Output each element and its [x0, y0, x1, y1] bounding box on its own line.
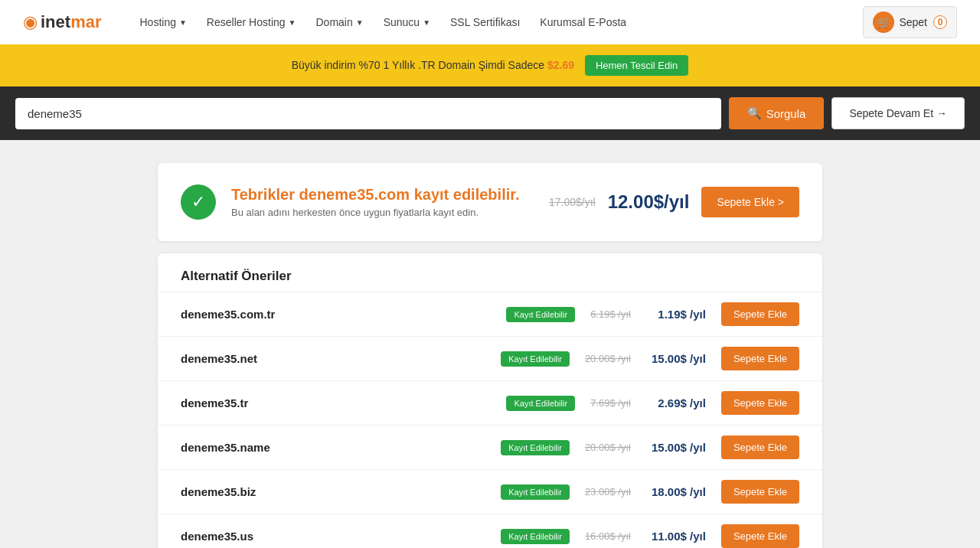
- nav-links: Hosting ▼ Reseller Hosting ▼ Domain ▼ Su…: [132, 10, 863, 34]
- nav-item-sunucu[interactable]: Sunucu ▼: [376, 10, 438, 34]
- new-price: 18.00$ /yıl: [637, 485, 706, 498]
- nav-item-eposta[interactable]: Kurumsal E-Posta: [532, 10, 634, 34]
- chevron-down-icon: ▼: [423, 18, 430, 27]
- domain-name: deneme35.name: [181, 441, 501, 454]
- domain-name: deneme35.tr: [181, 396, 506, 409]
- success-title: Tebrikler deneme35.com kayıt edilebilir.: [231, 186, 519, 204]
- new-price: 1.19$ /yıl: [637, 308, 706, 321]
- new-price: 11.00$ /yıl: [637, 530, 706, 543]
- availability-badge: Kayıt Edilebilir: [506, 307, 575, 322]
- search-button[interactable]: 🔍 Sorgula: [729, 97, 825, 129]
- old-price: 6.19$ /yıl: [590, 308, 631, 320]
- alternatives-card: Alternatif Öneriler deneme35.com.tr Kayı…: [158, 253, 822, 548]
- add-to-cart-button[interactable]: Sepete Ekle: [721, 435, 799, 459]
- success-card: ✓ Tebrikler deneme35.com kayıt edilebili…: [158, 163, 822, 241]
- availability-badge: Kayıt Edilebilir: [506, 396, 575, 411]
- alternatives-header: Alternatif Öneriler: [158, 253, 822, 292]
- new-price: 15.00$ /yıl: [637, 441, 706, 454]
- availability-badge: Kayıt Edilebilir: [501, 351, 570, 367]
- domain-name: deneme35.us: [181, 530, 501, 543]
- availability-badge: Kayıt Edilebilir: [501, 440, 570, 455]
- new-price: 15.00$ /yıl: [637, 352, 706, 365]
- navbar: ◉ inetmar Hosting ▼ Reseller Hosting ▼ D…: [0, 0, 980, 44]
- add-to-cart-button[interactable]: Sepete Ekle: [721, 391, 799, 415]
- cart-continue-button[interactable]: Sepete Devam Et →: [831, 97, 965, 129]
- availability-badge: Kayıt Edilebilir: [501, 529, 570, 544]
- cart-badge: 0: [933, 15, 947, 29]
- nav-item-domain[interactable]: Domain ▼: [308, 10, 371, 34]
- promo-banner: Büyük indirim %70 1 Yıllık .TR Domain Şi…: [0, 44, 980, 86]
- list-item: deneme35.us Kayıt Edilebilir 16.00$ /yıl…: [158, 514, 822, 548]
- old-price: 7.69$ /yıl: [590, 397, 631, 409]
- add-to-cart-button[interactable]: Sepete Ekle: [721, 302, 799, 326]
- list-item: deneme35.net Kayıt Edilebilir 20.00$ /yı…: [158, 336, 822, 380]
- list-item: deneme35.com.tr Kayıt Edilebilir 6.19$ /…: [158, 292, 822, 336]
- old-price: 16.00$ /yıl: [585, 530, 631, 542]
- add-to-cart-button[interactable]: Sepete Ekle: [721, 347, 799, 370]
- logo-text: inetmar: [41, 12, 101, 32]
- add-to-cart-button[interactable]: Sepete Ekle >: [701, 187, 799, 217]
- add-to-cart-button[interactable]: Sepete Ekle: [721, 524, 799, 548]
- new-price: 12.00$/yıl: [608, 191, 690, 213]
- domain-name: deneme35.net: [181, 352, 501, 365]
- logo-icon: ◉: [23, 12, 38, 32]
- success-text: Tebrikler deneme35.com kayıt edilebilir.…: [231, 186, 519, 218]
- cart-icon: 🛒: [873, 11, 894, 33]
- chevron-down-icon: ▼: [356, 18, 364, 27]
- logo[interactable]: ◉ inetmar: [23, 12, 101, 32]
- availability-badge: Kayıt Edilebilir: [501, 484, 570, 500]
- list-item: deneme35.biz Kayıt Edilebilir 23.00$ /yı…: [158, 469, 822, 514]
- search-input[interactable]: [15, 98, 721, 129]
- domain-name: deneme35.biz: [181, 485, 501, 498]
- old-price: 20.00$ /yıl: [585, 353, 631, 364]
- alternatives-list: deneme35.com.tr Kayıt Edilebilir 6.19$ /…: [158, 292, 822, 548]
- main-content: ✓ Tebrikler deneme35.com kayıt edilebili…: [145, 163, 835, 548]
- old-price: 20.00$ /yıl: [585, 442, 631, 453]
- add-to-cart-button[interactable]: Sepete Ekle: [721, 480, 799, 504]
- nav-item-ssl[interactable]: SSL Sertifikası: [443, 10, 528, 34]
- list-item: deneme35.name Kayıt Edilebilir 20.00$ /y…: [158, 425, 822, 469]
- domain-name: deneme35.com.tr: [181, 308, 506, 321]
- price-area: 17.00$/yıl 12.00$/yıl Sepete Ekle >: [549, 187, 799, 217]
- search-icon: 🔍: [747, 106, 762, 120]
- check-icon: ✓: [181, 184, 216, 220]
- old-price: 23.00$ /yıl: [585, 486, 631, 497]
- cart-button[interactable]: 🛒 Sepet 0: [863, 6, 957, 38]
- banner-register-button[interactable]: Hemen Tescil Edin: [585, 55, 688, 76]
- chevron-down-icon: ▼: [289, 18, 296, 27]
- search-bar: 🔍 Sorgula Sepete Devam Et →: [0, 86, 980, 140]
- nav-item-reseller[interactable]: Reseller Hosting ▼: [199, 10, 304, 34]
- search-input-wrap: [15, 98, 721, 129]
- chevron-down-icon: ▼: [179, 18, 187, 27]
- new-price: 2.69$ /yıl: [637, 396, 706, 409]
- nav-item-hosting[interactable]: Hosting ▼: [132, 10, 194, 34]
- old-price: 17.00$/yıl: [549, 196, 596, 208]
- list-item: deneme35.tr Kayıt Edilebilir 7.69$ /yıl …: [158, 380, 822, 425]
